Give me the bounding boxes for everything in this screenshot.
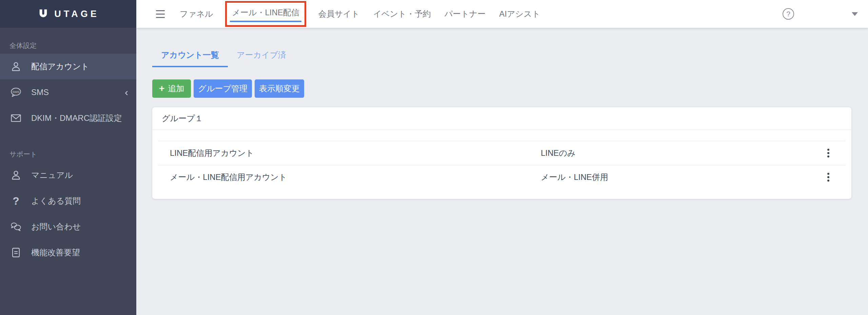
logo-text: UTAGE <box>54 9 99 19</box>
sidebar-item-label: お問い合わせ <box>31 221 81 232</box>
caret-down-icon[interactable] <box>852 12 858 16</box>
tab-archived[interactable]: アーカイブ済 <box>228 50 295 67</box>
document-icon <box>9 247 22 258</box>
hamburger-menu-icon[interactable] <box>156 10 165 18</box>
toolbar: + 追加 グループ管理 表示順変更 <box>152 79 851 98</box>
person-icon <box>9 169 22 181</box>
nav-mail-line-delivery[interactable]: メール・LINE配信 <box>232 8 299 17</box>
tab-account-list[interactable]: アカウント一覧 <box>152 50 228 67</box>
group-title: グループ１ <box>152 107 851 130</box>
sidebar-item-dkim-dmarc[interactable]: DKIM・DMARC認証設定 <box>0 105 136 131</box>
tab-bar: アカウント一覧 アーカイブ済 <box>152 50 851 67</box>
account-type: LINEのみ <box>541 148 823 159</box>
nav-ai-assist[interactable]: AIアシスト <box>499 8 540 19</box>
sidebar-item-manual[interactable]: マニュアル <box>0 162 136 188</box>
nav-funnel[interactable]: ファネル <box>180 8 213 19</box>
annotation-highlight-box: メール・LINE配信 <box>225 1 306 27</box>
account-name: LINE配信用アカウント <box>158 148 541 159</box>
nav-member-site[interactable]: 会員サイト <box>318 8 360 19</box>
sidebar-item-label: 配信アカウント <box>31 61 89 72</box>
sidebar-section-label: サポート <box>0 150 136 158</box>
account-name: メール・LINE配信用アカウント <box>158 172 541 183</box>
chevron-left-icon[interactable]: ‹ <box>125 87 128 97</box>
question-icon: ? <box>9 196 22 206</box>
add-button-label: 追加 <box>168 83 184 94</box>
top-navigation: ファネル メール・LINE配信 会員サイト イベント・予約 パートナー AIアシ… <box>180 1 540 27</box>
sidebar-item-delivery-accounts[interactable]: 配信アカウント <box>0 54 136 79</box>
envelope-icon <box>9 112 22 124</box>
nav-event-reservation[interactable]: イベント・予約 <box>373 8 431 19</box>
help-glyph: ? <box>786 10 790 18</box>
account-list: LINE配信用アカウント LINEのみ メール・LINE配信用アカウント メール… <box>158 141 846 189</box>
logo: UTAGE <box>0 0 136 28</box>
account-row[interactable]: メール・LINE配信用アカウント メール・LINE併用 <box>158 165 846 189</box>
sidebar-item-label: SMS <box>31 88 49 97</box>
main-content: アカウント一覧 アーカイブ済 + 追加 グループ管理 表示順変更 グループ１ L… <box>136 28 868 315</box>
sms-bubble-icon: SMS <box>9 87 22 98</box>
sidebar-item-contact[interactable]: お問い合わせ <box>0 214 136 240</box>
sidebar-item-label: よくある質問 <box>31 196 81 206</box>
sidebar-item-faq[interactable]: ? よくある質問 <box>0 188 136 214</box>
svg-text:SMS: SMS <box>12 90 20 94</box>
kebab-menu-icon[interactable] <box>823 171 833 184</box>
kebab-menu-icon[interactable] <box>823 147 833 160</box>
utage-logo-icon <box>37 8 50 20</box>
top-header: ファネル メール・LINE配信 会員サイト イベント・予約 パートナー AIアシ… <box>136 0 868 28</box>
sidebar-section-label: 全体設定 <box>0 41 136 50</box>
nav-partner[interactable]: パートナー <box>445 8 486 19</box>
plus-icon: + <box>159 84 164 93</box>
reorder-button[interactable]: 表示順変更 <box>255 79 304 98</box>
sidebar-item-sms[interactable]: SMS SMS ‹ <box>0 79 136 105</box>
account-type: メール・LINE併用 <box>541 172 823 183</box>
chat-bubbles-icon <box>9 221 22 233</box>
sidebar-item-label: 機能改善要望 <box>31 247 80 258</box>
add-button[interactable]: + 追加 <box>152 79 191 98</box>
group-manage-button[interactable]: グループ管理 <box>194 79 252 98</box>
group-card: グループ１ LINE配信用アカウント LINEのみ メール・LINE配信用アカウ… <box>152 107 851 199</box>
sidebar-item-label: DKIM・DMARC認証設定 <box>31 113 122 124</box>
sidebar-item-feature-request[interactable]: 機能改善要望 <box>0 240 136 265</box>
person-icon <box>9 61 22 72</box>
sidebar-section-global: 全体設定 配信アカウント SMS SMS ‹ <box>0 28 136 131</box>
sidebar-item-label: マニュアル <box>31 170 73 181</box>
account-row[interactable]: LINE配信用アカウント LINEのみ <box>158 141 846 165</box>
sidebar-section-support: サポート マニュアル ? よくある質問 <box>0 131 136 265</box>
help-icon[interactable]: ? <box>783 8 794 20</box>
sidebar: UTAGE 全体設定 配信アカウント SMS SMS ‹ <box>0 0 136 315</box>
